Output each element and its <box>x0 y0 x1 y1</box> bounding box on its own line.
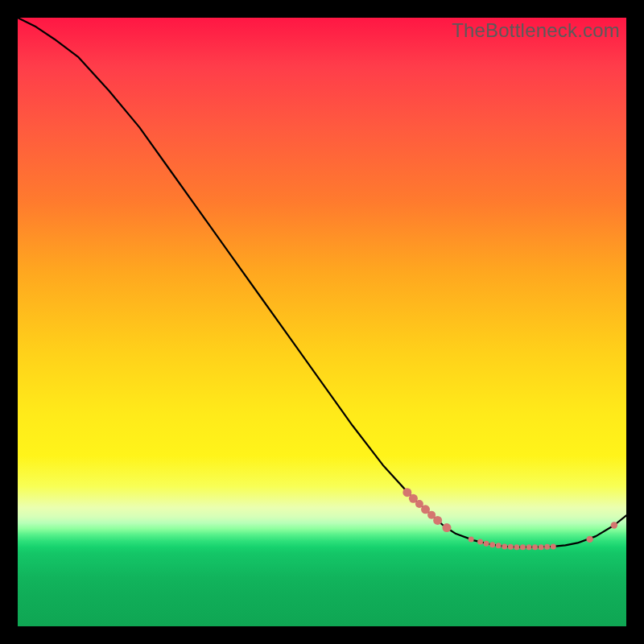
data-marker <box>544 544 550 550</box>
data-marker <box>433 516 442 525</box>
data-marker <box>502 543 507 549</box>
chart-frame: TheBottleneck.com <box>0 0 644 644</box>
data-marker <box>477 539 483 544</box>
data-marker <box>489 542 495 547</box>
data-marker <box>551 543 556 549</box>
data-marker <box>442 523 451 532</box>
data-marker <box>520 544 526 550</box>
data-marker <box>508 544 514 550</box>
data-marker <box>469 536 474 542</box>
data-marker <box>532 544 538 550</box>
data-marker <box>539 544 544 550</box>
bottleneck-curve <box>18 18 626 547</box>
data-marker <box>496 543 502 548</box>
data-marker <box>514 544 519 550</box>
data-marker <box>611 522 617 528</box>
data-marker <box>586 536 592 543</box>
data-marker <box>526 544 532 550</box>
data-marker <box>484 541 489 547</box>
chart-svg <box>18 18 626 626</box>
plot-area: TheBottleneck.com <box>18 18 626 626</box>
